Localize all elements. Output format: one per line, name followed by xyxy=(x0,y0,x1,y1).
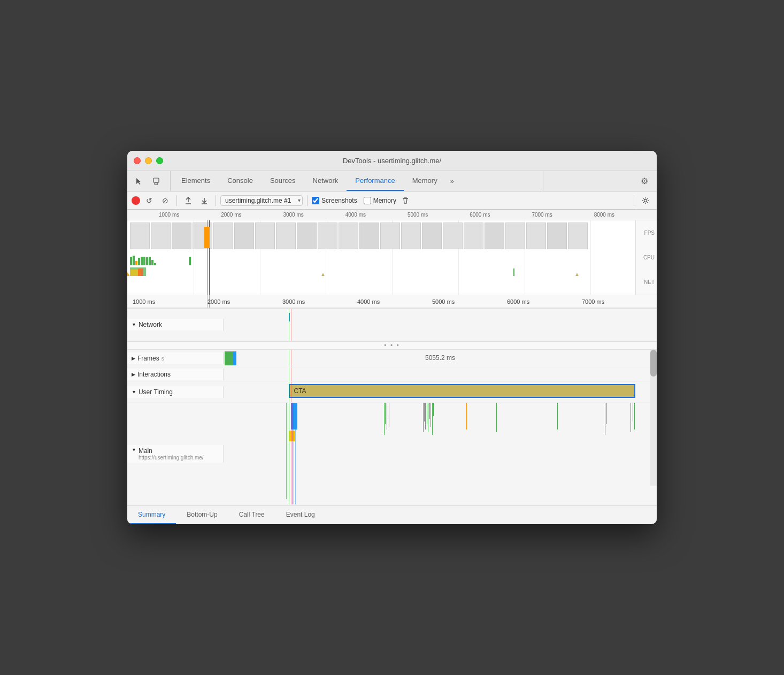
main-green-cluster-b9 xyxy=(433,403,434,416)
main-purple-88 xyxy=(606,403,606,424)
ruler-label-6: 6000 ms xyxy=(507,298,582,305)
fps-spike xyxy=(513,269,514,276)
main-green-cluster-b8 xyxy=(432,403,433,435)
screenshot-thumb xyxy=(464,223,483,249)
main-green-cluster-1 xyxy=(384,403,385,435)
tab-elements[interactable]: Elements xyxy=(173,171,219,191)
net-row xyxy=(127,280,635,290)
fps-bar xyxy=(149,257,151,265)
clear-button[interactable] xyxy=(398,194,412,208)
nav-settings-divider xyxy=(543,171,552,191)
time-mark-6000: 6000 ms xyxy=(449,212,511,218)
tab-console[interactable]: Console xyxy=(219,171,262,191)
time-mark-8000: 8000 ms xyxy=(573,212,635,218)
network-toggle[interactable]: ▼ xyxy=(132,322,136,327)
cta-bar[interactable]: CTA xyxy=(289,384,635,398)
net-vline-red xyxy=(291,309,291,341)
tab-memory[interactable]: Memory xyxy=(404,171,446,191)
nav-icons xyxy=(132,171,171,191)
frame-duration-label: 5055.2 ms xyxy=(425,354,455,362)
main-green-cluster-b3 xyxy=(425,403,426,429)
ruler-label-7: 7000 ms xyxy=(582,298,657,305)
main-green-line-1 xyxy=(286,403,287,499)
frames-content: 5055.2 ms xyxy=(224,350,657,367)
frame-block-blue xyxy=(233,351,236,365)
net-label: NET xyxy=(644,279,655,285)
ruler-label-2: 2000 ms xyxy=(207,298,282,305)
tab-summary[interactable]: Summary xyxy=(127,505,176,524)
screenshots-checkbox[interactable] xyxy=(312,197,319,204)
tab-sources[interactable]: Sources xyxy=(262,171,304,191)
toolbar-divider-2 xyxy=(216,195,216,206)
tab-performance[interactable]: Performance xyxy=(347,171,403,191)
main-green-cluster-4 xyxy=(388,403,388,419)
main-green-94-1 xyxy=(631,403,631,432)
maximize-button[interactable] xyxy=(156,157,163,164)
network-section-content xyxy=(224,309,657,341)
screenshot-thumb xyxy=(422,223,442,249)
minimize-button[interactable] xyxy=(145,157,152,164)
title-bar: DevTools - usertiming.glitch.me/ xyxy=(127,151,657,171)
overview-area: 1000 ms 2000 ms 3000 ms 4000 ms 5000 ms … xyxy=(127,210,657,309)
main-vline-red xyxy=(291,403,291,504)
more-tabs-button[interactable]: » xyxy=(446,171,458,191)
devtools-window: DevTools - usertiming.glitch.me/ Element… xyxy=(127,151,657,524)
main-green-94-2 xyxy=(633,403,633,421)
main-green-cluster-3 xyxy=(387,403,387,429)
fps-label: FPS xyxy=(644,230,655,236)
fps-bar xyxy=(151,260,153,265)
record-button[interactable] xyxy=(132,196,140,205)
cursor-icon[interactable] xyxy=(132,174,147,189)
scrollbar-track xyxy=(650,350,657,486)
screenshot-thumb xyxy=(297,223,317,249)
profile-select[interactable]: usertiming.glitch.me #1 xyxy=(220,195,303,206)
screenshots-checkbox-group: Screenshots xyxy=(312,197,357,204)
cta-label: CTA xyxy=(294,387,306,395)
upload-button[interactable] xyxy=(181,194,195,208)
tab-network[interactable]: Network xyxy=(304,171,347,191)
interactions-label-text: Interactions xyxy=(137,371,171,378)
frames-label-text: Frames xyxy=(137,355,159,362)
tab-event-log[interactable]: Event Log xyxy=(275,505,326,524)
fps-bar xyxy=(133,256,135,265)
network-section-row: ▼ Network xyxy=(127,309,657,341)
screenshot-thumb xyxy=(318,223,337,249)
reload-button[interactable]: ↺ xyxy=(142,194,156,208)
fps-bar xyxy=(146,257,148,265)
bottom-tabs: Summary Bottom-Up Call Tree Event Log xyxy=(127,505,657,524)
toolbar-divider-4 xyxy=(634,195,634,206)
ruler-red-line xyxy=(209,295,210,308)
screenshot-thumb xyxy=(505,223,525,249)
ruler-label-3: 3000 ms xyxy=(282,298,357,305)
perf-settings-button[interactable] xyxy=(639,194,652,208)
main-label: ▼ Main https://usertiming.glitch.me/ xyxy=(127,445,224,463)
cpu-row: ▲ ▲ ▲ xyxy=(127,267,635,278)
main-blue-88 xyxy=(605,403,605,435)
download-button[interactable] xyxy=(197,194,211,208)
device-icon[interactable] xyxy=(149,174,164,189)
user-timing-content: CTA xyxy=(224,382,657,402)
screenshot-thumb xyxy=(401,223,421,249)
ut-vline xyxy=(289,382,289,402)
settings-button[interactable]: ⚙ xyxy=(636,171,652,191)
screenshot-thumb xyxy=(130,223,150,249)
tab-bottom-up[interactable]: Bottom-Up xyxy=(176,505,228,524)
cancel-button[interactable]: ⊘ xyxy=(158,194,172,208)
scrollbar-thumb[interactable] xyxy=(650,350,657,377)
time-mark-7000: 7000 ms xyxy=(511,212,573,218)
frames-label: ▶ Frames s xyxy=(127,352,224,364)
ruler-green-line xyxy=(207,295,207,308)
cpu-label: CPU xyxy=(643,255,655,260)
ut-vline-red xyxy=(291,382,291,402)
main-green-63 xyxy=(496,403,497,432)
memory-checkbox[interactable] xyxy=(364,197,371,204)
tab-call-tree[interactable]: Call Tree xyxy=(228,505,275,524)
close-button[interactable] xyxy=(134,157,141,164)
screenshot-thumb xyxy=(359,223,379,249)
user-timing-toggle[interactable]: ▼ xyxy=(132,389,136,395)
interactions-toggle[interactable]: ▶ xyxy=(132,372,135,377)
fps-bar xyxy=(143,257,145,265)
orange-block xyxy=(204,227,210,248)
main-toggle[interactable]: ▼ xyxy=(132,447,136,452)
frames-toggle[interactable]: ▶ xyxy=(132,356,135,361)
